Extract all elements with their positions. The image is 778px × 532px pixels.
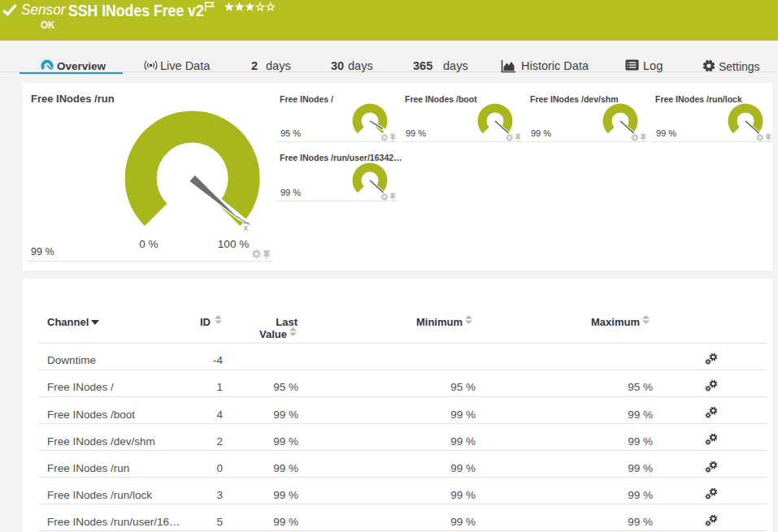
svg-text:x: x	[244, 223, 249, 232]
